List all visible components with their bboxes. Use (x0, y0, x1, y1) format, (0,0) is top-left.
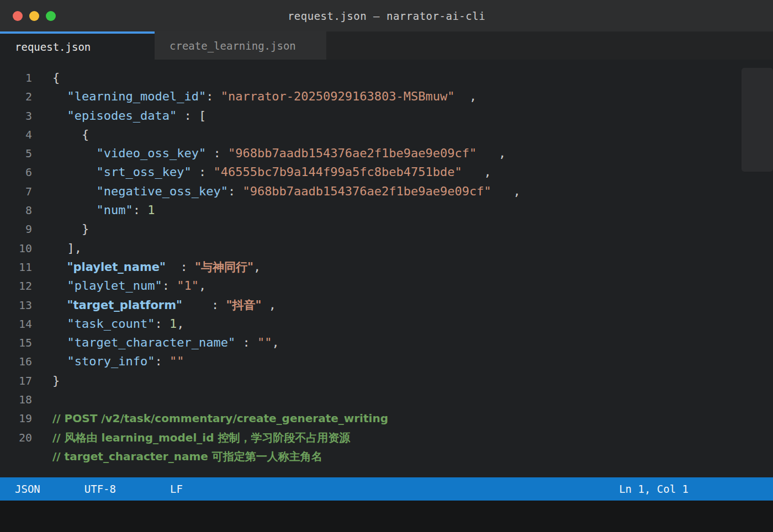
code-line[interactable]: 7 "negative_oss_key": "968bb7aadb154376a… (0, 182, 773, 201)
bottom-strip (0, 501, 773, 532)
status-cursor-position[interactable]: Ln 1, Col 1 (619, 483, 689, 495)
code-line[interactable]: 11 "playlet_name" : "与神同行", (0, 258, 773, 276)
title-bar: request.json — narrator-ai-cli (0, 0, 773, 31)
line-number: 4 (0, 125, 32, 144)
line-number: 13 (0, 296, 32, 315)
code-text: "playlet_name" : "与神同行", (52, 258, 261, 276)
code-line[interactable]: 3 "episodes_data" : [ (0, 107, 773, 125)
code-line[interactable]: 18 (0, 390, 773, 409)
zoom-button-icon[interactable] (46, 11, 56, 21)
line-number: 19 (0, 409, 32, 428)
tab-bar: request.json create_learning.json (0, 31, 773, 60)
tab-request-json[interactable]: request.json (0, 31, 155, 60)
code-line[interactable]: 15 "target_character_name" : "", (0, 333, 773, 352)
code-text: } (52, 220, 89, 238)
line-number: 7 (0, 182, 32, 201)
status-encoding[interactable]: UTF-8 (84, 483, 116, 495)
line-number: 10 (0, 239, 32, 258)
line-number: 3 (0, 107, 32, 125)
line-number: 8 (0, 201, 32, 220)
close-button-icon[interactable] (13, 11, 23, 21)
line-number: 2 (0, 87, 32, 106)
line-number: 6 (0, 163, 32, 182)
line-number: 1 (0, 68, 32, 87)
line-number: 18 (0, 390, 32, 409)
code-text: "negative_oss_key": "968bb7aadb154376ae2… (52, 182, 521, 201)
code-line[interactable]: 14 "task_count": 1, (0, 315, 773, 333)
line-number: 20 (0, 428, 32, 447)
line-number: 17 (0, 371, 32, 390)
scrollbar-thumb[interactable] (742, 68, 773, 172)
code-text: { (52, 125, 89, 144)
code-text: "video_oss_key" : "968bb7aadb154376ae2f1… (52, 144, 506, 163)
code-text: ], (52, 239, 82, 258)
code-line[interactable]: 10 ], (0, 239, 773, 258)
line-number: 11 (0, 258, 32, 276)
code-text: "target_platform" : "抖音" , (52, 296, 276, 315)
code-text: } (52, 371, 60, 390)
code-line[interactable]: 9 } (0, 220, 773, 238)
code-line[interactable]: 13 "target_platform" : "抖音" , (0, 296, 773, 315)
status-eol[interactable]: LF (170, 483, 183, 495)
code-line[interactable]: 17} (0, 371, 773, 390)
window-controls (13, 0, 56, 31)
status-language[interactable]: JSON (15, 483, 40, 495)
code-line[interactable]: 4 { (0, 125, 773, 144)
code-text: { (52, 68, 60, 87)
line-number: 5 (0, 144, 32, 163)
code-line[interactable]: 12 "playlet_num": "1", (0, 276, 773, 295)
code-line[interactable]: 2 "learning_model_id": "narrator-2025092… (0, 87, 773, 106)
code-line[interactable]: 20// 风格由 learning_model_id 控制，学习阶段不占用资源 (0, 428, 773, 447)
code-text: // 风格由 learning_model_id 控制，学习阶段不占用资源 (52, 428, 350, 447)
code-text: "task_count": 1, (52, 315, 184, 333)
code-text: "srt_oss_key" : "46555bc7b9a144f99a5fc8b… (52, 163, 491, 182)
code-text: "num": 1 (52, 201, 155, 220)
line-number: 16 (0, 352, 32, 371)
code-text: // POST /v2/task/commentary/create_gener… (52, 409, 388, 428)
tab-label: request.json (15, 41, 91, 53)
tab-label: create_learning.json (170, 40, 296, 52)
code-text: "learning_model_id": "narrator-202509291… (52, 87, 476, 106)
line-number: 15 (0, 333, 32, 352)
status-bar: JSON UTF-8 LF Ln 1, Col 1 (0, 477, 773, 501)
code-text: "story_info": "" (52, 352, 184, 371)
tab-bar-filler (326, 31, 773, 60)
code-line[interactable]: 16 "story_info": "" (0, 352, 773, 371)
code-line[interactable]: 1{ (0, 68, 773, 87)
window-title: request.json — narrator-ai-cli (288, 10, 485, 22)
code-line[interactable]: 19// POST /v2/task/commentary/create_gen… (0, 409, 773, 428)
code-lines: 1{2 "learning_model_id": "narrator-20250… (0, 60, 773, 466)
editor-window: request.json — narrator-ai-cli request.j… (0, 0, 773, 532)
code-line[interactable]: // target_character_name 可指定第一人称主角名 (0, 447, 773, 466)
line-number: 9 (0, 220, 32, 238)
code-text: // target_character_name 可指定第一人称主角名 (52, 447, 322, 466)
code-text: "playlet_num": "1", (52, 276, 206, 295)
line-number: 14 (0, 315, 32, 333)
code-text: "target_character_name" : "", (52, 333, 279, 352)
tab-create-learning-json[interactable]: create_learning.json (155, 31, 326, 60)
code-text: "episodes_data" : [ (52, 107, 206, 125)
line-number: 12 (0, 276, 32, 295)
code-line[interactable]: 8 "num": 1 (0, 201, 773, 220)
code-line[interactable]: 6 "srt_oss_key" : "46555bc7b9a144f99a5fc… (0, 163, 773, 182)
minimize-button-icon[interactable] (29, 11, 39, 21)
editor[interactable]: 1{2 "learning_model_id": "narrator-20250… (0, 60, 773, 477)
code-line[interactable]: 5 "video_oss_key" : "968bb7aadb154376ae2… (0, 144, 773, 163)
